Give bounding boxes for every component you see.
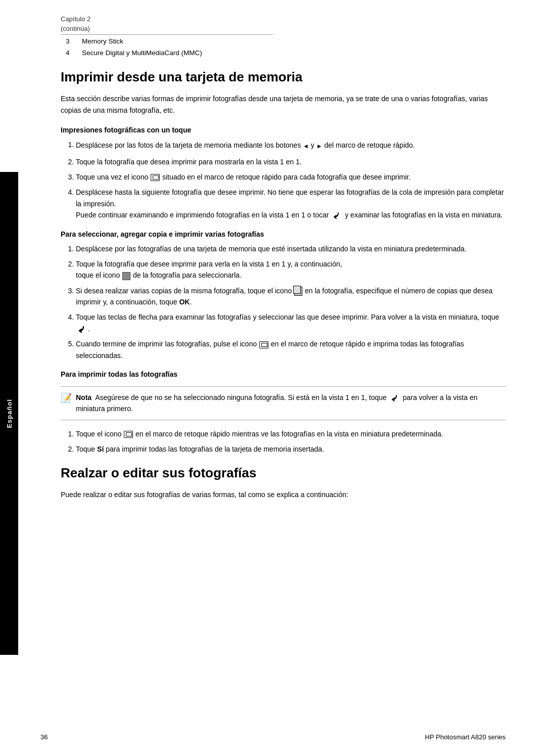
content-area: Capítulo 2 (continúa) 3 Memory Stick 4 S… xyxy=(61,15,506,500)
section1-title: Imprimir desde una tarjeta de memoria xyxy=(61,69,506,85)
table-cell-num: 4 xyxy=(62,48,77,58)
subsection3-title: Para imprimir todas las fotografías xyxy=(61,370,506,378)
subsection1-title: Impresiones fotográficas con un toque xyxy=(61,126,506,134)
page-footer: 36 HP Photosmart A820 series xyxy=(40,733,506,741)
section1-intro: Esta sección describe varias formas de i… xyxy=(61,93,506,116)
table-row: 3 Memory Stick xyxy=(62,36,272,47)
sidebar-vertical: Español xyxy=(0,172,18,655)
table-cell-text: Secure Digital y MultiMediaCard (MMC) xyxy=(78,48,272,58)
list-item: Toque el icono en el marco de retoque rá… xyxy=(76,428,506,439)
back-arrow-icon xyxy=(331,211,342,220)
list-item: Desplácese hasta la siguiente fotografía… xyxy=(76,187,506,220)
continua-section: (continúa) 3 Memory Stick 4 Secure Digit… xyxy=(61,25,506,59)
subsection2-title: Para seleccionar, agregar copia e imprim… xyxy=(61,230,506,238)
nav-right-icon xyxy=(316,139,323,152)
section2-title: Realzar o editar sus fotografías xyxy=(61,465,506,481)
thumb-select-icon xyxy=(122,272,130,280)
subsection2-list: Desplácese por las fotografías de una ta… xyxy=(76,243,506,362)
note-box: 📝 Nota Asegúrese de que no se ha selecci… xyxy=(61,386,506,420)
list-item: Desplácese por las fotos de la tarjeta d… xyxy=(76,139,506,152)
table-row: 4 Secure Digital y MultiMediaCard (MMC) xyxy=(62,48,272,58)
back-arrow-icon-note xyxy=(389,393,400,403)
note-label: Nota xyxy=(76,393,92,402)
back-arrow-icon-2 xyxy=(76,325,87,334)
list-item: Toque la fotografía que desea imprimir p… xyxy=(76,156,506,167)
si-text: Sí xyxy=(97,445,104,453)
subsection3-list: Toque el icono en el marco de retoque rá… xyxy=(76,428,506,455)
list-item: Toque la fotografía que desee imprimir p… xyxy=(76,258,506,281)
nav-left-icon xyxy=(303,139,309,152)
list-item: Toque las teclas de flecha para examinar… xyxy=(76,312,506,334)
card-types-table: 3 Memory Stick 4 Secure Digital y MultiM… xyxy=(61,34,273,59)
list-item: Cuando termine de imprimir las fotografí… xyxy=(76,338,506,361)
print-icon-3 xyxy=(124,431,133,438)
continua-label: (continúa) xyxy=(61,25,506,32)
note-icon: 📝 xyxy=(61,392,72,404)
list-item: Desplácese por las fotografías de una ta… xyxy=(76,243,506,254)
sidebar-label: Español xyxy=(6,399,13,428)
subsection-select-copy: Para seleccionar, agregar copia e imprim… xyxy=(61,230,506,362)
subsection-print-all: Para imprimir todas las fotografías 📝 No… xyxy=(61,370,506,455)
subsection-one-touch: Impresiones fotográficas con un toque De… xyxy=(61,126,506,221)
subsection1-list: Desplácese por las fotos de la tarjeta d… xyxy=(76,139,506,221)
section2-intro: Puede realizar o editar sus fotografías … xyxy=(61,489,506,500)
print-icon-2 xyxy=(259,341,268,348)
copy-icon xyxy=(294,287,302,296)
table-cell-text: Memory Stick xyxy=(78,36,272,47)
list-item: Toque Sí para imprimir todas las fotogra… xyxy=(76,443,506,455)
note-content: Nota Asegúrese de que no se ha seleccion… xyxy=(76,392,506,415)
chapter-label: Capítulo 2 xyxy=(61,15,506,23)
footer-page-number: 36 xyxy=(40,733,48,741)
table-cell-num: 3 xyxy=(62,36,77,47)
list-item: Toque una vez el icono situado en el mar… xyxy=(76,171,506,183)
ok-text: OK xyxy=(179,298,190,306)
list-item: Si desea realizar varias copias de la mi… xyxy=(76,285,506,308)
print-icon xyxy=(151,174,160,181)
footer-product-name: HP Photosmart A820 series xyxy=(425,733,506,741)
page-container: Español Capítulo 2 (continúa) 3 Memory S… xyxy=(0,0,546,756)
